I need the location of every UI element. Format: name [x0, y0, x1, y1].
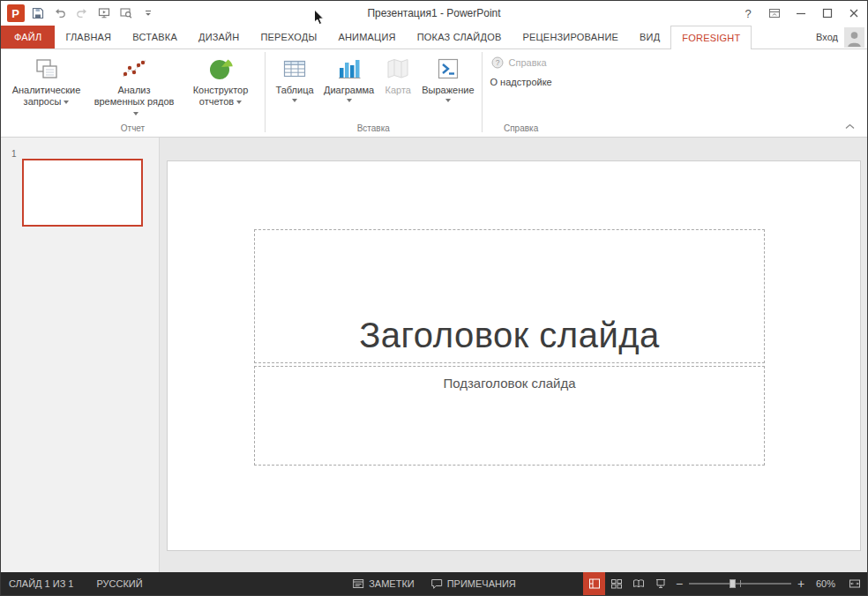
start-from-beginning-button[interactable] — [94, 3, 114, 24]
analytical-queries-button[interactable]: Аналитические запросы — [4, 50, 88, 110]
comments-icon — [430, 577, 443, 590]
title-placeholder[interactable]: Заголовок слайда — [254, 229, 765, 363]
zoom-in-button[interactable]: + — [793, 572, 809, 595]
slide-thumbnail-panel: 1 — [1, 138, 160, 572]
map-icon — [384, 55, 412, 83]
redo-button[interactable] — [71, 3, 92, 24]
dropdown-caret-icon — [236, 101, 242, 104]
time-series-analysis-button[interactable]: Анализ временных рядов — [88, 50, 180, 122]
ribbon-display-options-button[interactable] — [761, 1, 788, 26]
tab-insert[interactable]: ВСТАВКА — [122, 26, 188, 48]
tab-transitions[interactable]: ПЕРЕХОДЫ — [250, 26, 327, 48]
tab-view[interactable]: ВИД — [629, 26, 670, 48]
button-label: Карта — [385, 85, 410, 96]
find-window-button[interactable] — [116, 3, 136, 24]
dropdown-caret-icon — [445, 99, 451, 102]
ribbon-group-insert: Таблица Диаграмма Карта Выражение — [266, 49, 482, 137]
help-reference-button[interactable]: ? Справка — [486, 53, 551, 72]
help-button[interactable]: ? — [735, 1, 761, 26]
expression-button[interactable]: Выражение — [418, 50, 477, 105]
minimize-button[interactable] — [788, 1, 814, 26]
close-button[interactable] — [841, 1, 867, 26]
normal-view-button[interactable] — [583, 572, 605, 595]
sign-in-button[interactable]: Вход — [807, 26, 867, 48]
statusbar-center: ЗАМЕТКИ ПРИМЕЧАНИЯ — [344, 572, 524, 595]
button-label: Таблица — [275, 85, 313, 96]
tab-design[interactable]: ДИЗАЙН — [188, 26, 250, 48]
user-avatar-icon — [844, 27, 864, 48]
app-menu-button[interactable]: P — [5, 3, 26, 24]
notes-button[interactable]: ЗАМЕТКИ — [344, 572, 423, 595]
workspace: 1 Заголовок слайда Подзаголовок слайда — [1, 138, 867, 572]
table-button[interactable]: Таблица — [269, 50, 320, 105]
fit-slide-to-window-button[interactable] — [842, 572, 867, 595]
slide-canvas: Заголовок слайда Подзаголовок слайда — [160, 138, 867, 572]
tab-file[interactable]: ФАЙЛ — [1, 26, 55, 48]
ribbon-group-report: Аналитические запросы Анализ временных р… — [1, 49, 265, 137]
chevron-down-icon — [141, 6, 155, 20]
button-label: Диаграмма — [324, 85, 374, 96]
collapse-ribbon-button[interactable] — [842, 120, 857, 132]
statusbar-right: − + 60% — [583, 572, 867, 595]
tab-home[interactable]: ГЛАВНАЯ — [55, 26, 122, 48]
button-label: Анализ временных рядов — [94, 85, 175, 107]
map-button[interactable]: Карта — [378, 50, 418, 99]
help-icon: ? — [745, 7, 751, 20]
save-icon — [31, 6, 45, 20]
report-designer-button[interactable]: Конструктор отчетов — [180, 50, 261, 110]
bar-chart-icon — [335, 55, 363, 83]
presentation-screen-icon — [97, 6, 111, 20]
language-indicator[interactable]: РУССКИЙ — [88, 572, 150, 595]
analytical-queries-icon — [33, 55, 61, 83]
tab-slide-show[interactable]: ПОКАЗ СЛАЙДОВ — [407, 26, 513, 48]
slide-number-label: 1 — [11, 149, 17, 159]
comments-button[interactable]: ПРИМЕЧАНИЯ — [423, 572, 524, 595]
slide-indicator[interactable]: СЛАЙД 1 ИЗ 1 — [1, 572, 81, 595]
subtitle-placeholder-text: Подзаголовок слайда — [443, 376, 575, 391]
zoom-slider-midpoint — [740, 580, 741, 587]
undo-button[interactable] — [49, 3, 70, 24]
powerpoint-logo-icon: P — [7, 4, 25, 22]
table-icon — [281, 55, 309, 83]
button-label: Выражение — [422, 85, 474, 96]
zoom-out-button[interactable]: − — [671, 572, 687, 595]
dropdown-caret-icon — [292, 99, 297, 102]
customize-quick-access-toolbar-button[interactable] — [138, 3, 158, 24]
sign-in-label: Вход — [816, 32, 838, 42]
svg-text:?: ? — [495, 58, 499, 67]
reading-view-button[interactable] — [627, 572, 649, 595]
maximize-icon — [820, 6, 834, 20]
redo-icon — [75, 6, 89, 20]
maximize-button[interactable] — [814, 1, 841, 26]
slide-show-button[interactable] — [649, 572, 671, 595]
slide-show-icon — [655, 577, 667, 590]
save-button[interactable] — [27, 3, 48, 24]
slide-thumbnail[interactable] — [22, 159, 143, 227]
tab-review[interactable]: РЕЦЕНЗИРОВАНИЕ — [512, 26, 629, 48]
button-label: Справка — [509, 57, 547, 68]
about-addin-button[interactable]: О надстройке — [486, 72, 557, 92]
subtitle-placeholder[interactable]: Подзаголовок слайда — [254, 366, 765, 466]
title-placeholder-text: Заголовок слайда — [359, 316, 660, 355]
slide[interactable]: Заголовок слайда Подзаголовок слайда — [167, 160, 861, 551]
help-book-icon: ? — [490, 56, 505, 70]
dropdown-caret-icon — [347, 99, 352, 102]
ribbon-group-help: ? Справка О надстройке Справка — [483, 49, 560, 137]
zoom-level[interactable]: 60% — [809, 578, 842, 589]
title-bar: P Презентация1 - PowerPoint ? — [1, 1, 867, 26]
button-label: Аналитические запросы — [12, 85, 81, 107]
window-title: Презентация1 - PowerPoint — [367, 1, 500, 26]
group-label-insert: Вставка — [269, 122, 478, 137]
zoom-slider[interactable] — [689, 572, 791, 595]
notes-label: ЗАМЕТКИ — [369, 578, 415, 589]
dropdown-caret-icon — [133, 112, 138, 115]
tab-foresight[interactable]: FORESIGHT — [670, 26, 752, 49]
slide-sorter-view-button[interactable] — [605, 572, 627, 595]
ribbon-tab-bar: ФАЙЛ ГЛАВНАЯ ВСТАВКА ДИЗАЙН ПЕРЕХОДЫ АНИ… — [1, 26, 867, 49]
chart-button[interactable]: Диаграмма — [320, 50, 378, 105]
window-controls: ? — [735, 1, 867, 26]
chevron-up-icon — [845, 123, 855, 130]
zoom-slider-thumb[interactable] — [730, 579, 736, 588]
undo-icon — [53, 6, 67, 20]
tab-animations[interactable]: АНИМАЦИЯ — [327, 26, 406, 48]
